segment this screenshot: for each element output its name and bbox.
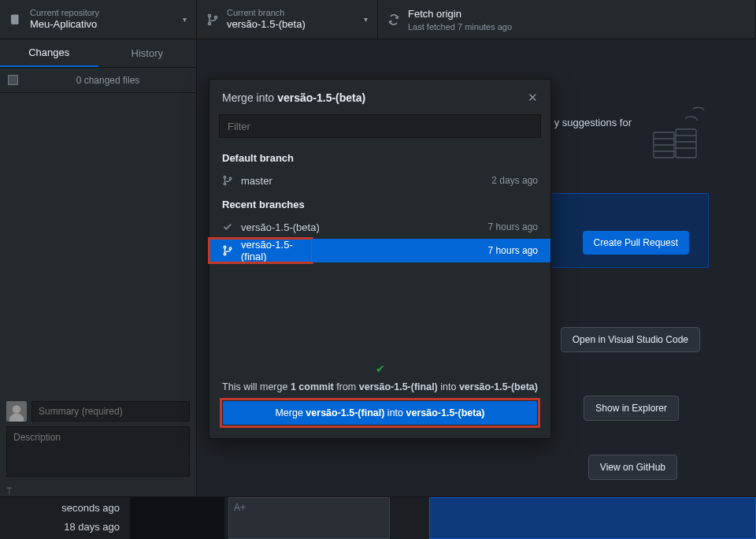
chevron-down-icon: ▾ (183, 15, 187, 24)
modal-title-branch: versão-1.5-(beta) (277, 91, 365, 104)
modal-footer: ✔ This will merge 1 commit from versão-1… (209, 351, 550, 438)
show-explorer-button[interactable]: Show in Explorer (584, 396, 679, 421)
timeline-gutter (130, 497, 224, 539)
changed-files-bar: 0 changed files (0, 68, 196, 93)
sidebar: Changes History 0 changed files ⍡ Commit… (0, 39, 197, 539)
open-vscode-button[interactable]: Open in Visual Studio Code (561, 327, 700, 352)
check-icon: ✔ (376, 362, 385, 375)
svg-point-8 (224, 246, 226, 248)
sync-icon (387, 13, 400, 26)
branch-time: 7 hours ago (488, 245, 538, 256)
timeline-segment-blue[interactable] (429, 497, 756, 539)
svg-point-2 (215, 16, 217, 18)
timeline-segment-gray[interactable] (228, 497, 390, 539)
branch-row-final[interactable]: versão-1.5-(final) (209, 239, 312, 262)
add-coauthor-icon[interactable]: ⍡ (6, 485, 190, 496)
top-toolbar: Current repository Meu-Aplicativo ▾ Curr… (0, 0, 756, 39)
branch-label: Current branch (227, 8, 306, 17)
check-icon (222, 221, 233, 232)
tab-history[interactable]: History (98, 39, 197, 67)
svg-point-10 (229, 247, 232, 250)
branch-time: 2 days ago (491, 175, 538, 186)
modal-title-prefix: Merge into (222, 91, 274, 104)
merge-modal: Merge into versão-1.5-(beta) ✕ Default b… (209, 79, 551, 439)
branch-icon (222, 245, 233, 256)
branch-name: versão-1.5-(beta) (241, 221, 320, 233)
merge-button[interactable]: Merge versão-1.5-(final) into versão-1.5… (223, 401, 537, 425)
branch-row-beta[interactable]: versão-1.5-(beta) 7 hours ago (209, 215, 550, 239)
svg-point-6 (224, 183, 226, 185)
branch-name: versão-1.5-(beta) (227, 19, 306, 30)
timeline-labels: seconds ago 18 days ago (0, 497, 126, 535)
changed-files-count: 0 changed files (28, 75, 188, 86)
timeline: seconds ago 18 days ago A+ (0, 496, 756, 539)
repo-label: Current repository (30, 8, 99, 17)
chevron-down-icon: ▾ (364, 15, 368, 24)
merge-message: This will merge 1 commit from versão-1.5… (222, 381, 538, 392)
timeline-row1: seconds ago (0, 497, 120, 516)
timeline-row2: 18 days ago (0, 516, 120, 535)
add-coauthor-icon[interactable]: A+ (234, 502, 246, 513)
svg-point-5 (224, 176, 226, 178)
description-input[interactable] (6, 426, 190, 477)
branch-row-final-tail[interactable]: 7 hours ago (312, 239, 550, 262)
branch-name: master (241, 175, 272, 187)
default-branch-label: Default branch (209, 146, 550, 169)
fetch-button[interactable]: Fetch origin Last fetched 7 minutes ago (378, 0, 756, 39)
select-all-checkbox[interactable] (8, 75, 18, 85)
branch-icon (222, 175, 233, 186)
suggestion-text: y suggestions for (554, 117, 632, 128)
tab-changes[interactable]: Changes (0, 39, 98, 67)
avatar (6, 401, 27, 422)
recent-branches-label: Recent branches (209, 192, 550, 215)
fetch-subtext: Last fetched 7 minutes ago (408, 22, 512, 32)
modal-header: Merge into versão-1.5-(beta) ✕ (209, 80, 550, 114)
decorative-illustration (646, 102, 717, 165)
svg-rect-4 (676, 129, 696, 158)
branch-selector[interactable]: Current branch versão-1.5-(beta) ▾ (197, 0, 378, 39)
sidebar-tabs: Changes History (0, 39, 196, 68)
svg-point-1 (209, 22, 211, 24)
svg-point-9 (224, 253, 226, 255)
svg-point-7 (229, 177, 232, 180)
repo-name: Meu-Aplicativo (30, 19, 99, 30)
summary-input[interactable] (32, 401, 190, 422)
branch-icon (206, 13, 219, 26)
timeline-track: A+ (130, 497, 756, 539)
repo-selector[interactable]: Current repository Meu-Aplicativo ▾ (0, 0, 197, 39)
fetch-label: Fetch origin (408, 9, 512, 20)
close-icon[interactable]: ✕ (528, 91, 538, 105)
branch-name: versão-1.5-(final) (241, 239, 299, 262)
repo-icon (9, 13, 22, 26)
filter-input[interactable] (219, 114, 541, 138)
view-github-button[interactable]: View on GitHub (588, 455, 677, 480)
create-pr-button[interactable]: Create Pull Request (583, 231, 689, 255)
branch-time: 7 hours ago (488, 221, 538, 232)
branch-row-master[interactable]: master 2 days ago (209, 169, 550, 192)
svg-point-0 (209, 14, 211, 17)
